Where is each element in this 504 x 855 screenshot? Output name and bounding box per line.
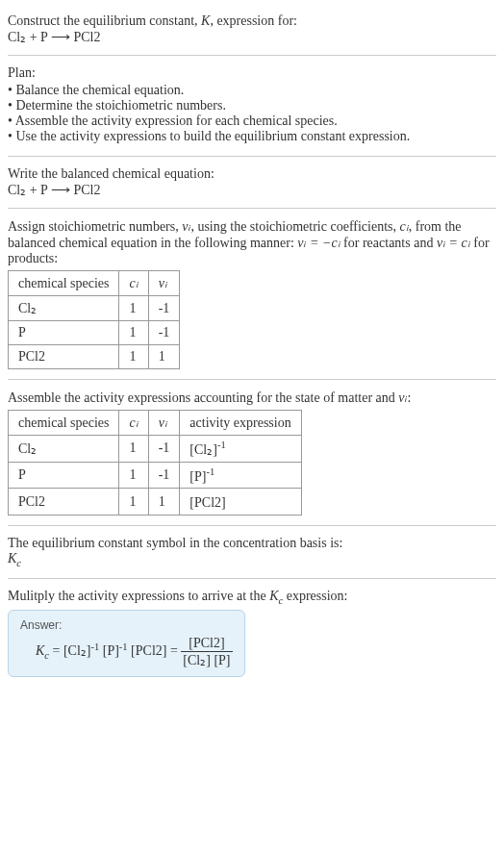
col-nu: νᵢ [148, 411, 180, 436]
cell-nu: -1 [148, 436, 180, 463]
cell-species: P [9, 321, 119, 345]
ans-den: [Cl₂] [P] [181, 652, 232, 668]
plan-item: Balance the chemical equation. [8, 83, 496, 98]
cell-nu: 1 [148, 345, 180, 369]
ans-Kc: K [36, 643, 44, 658]
cell-activity: [P]-1 [180, 462, 301, 489]
intro-line1: Construct the equilibrium constant, [8, 13, 201, 28]
table-row: P 1 -1 [9, 321, 180, 345]
ans-t1-exp: -1 [90, 641, 99, 651]
plan-item: Assemble the activity expression for eac… [8, 113, 496, 129]
assign-eq1: νᵢ = −cᵢ [297, 236, 340, 250]
col-species: chemical species [9, 411, 119, 436]
act-exp: -1 [217, 440, 226, 450]
multiply-section: Mulitply the activity expressions to arr… [8, 583, 496, 683]
cell-c: 1 [119, 489, 148, 516]
assign-text-d: for reactants and [340, 236, 437, 250]
activity-section: Assemble the activity expressions accoun… [8, 384, 496, 521]
act-base: [Cl₂] [189, 442, 217, 457]
ans-t2: [P] [103, 643, 119, 658]
cell-c: 1 [119, 345, 148, 369]
balanced-heading: Write the balanced chemical equation: [8, 166, 496, 182]
activity-text-b: : [408, 390, 412, 405]
symbol-section: The equilibrium constant symbol in the c… [8, 530, 496, 574]
table-row: P 1 -1 [P]-1 [9, 462, 302, 489]
multiply-text-a: Mulitply the activity expressions to arr… [8, 589, 269, 603]
col-species: chemical species [9, 271, 119, 296]
table-row: PCl2 1 1 [9, 345, 180, 369]
cell-c: 1 [119, 321, 148, 345]
multiply-Kc: K [269, 589, 278, 603]
divider [8, 379, 496, 380]
act-base: [P] [189, 468, 206, 483]
col-ci: cᵢ [119, 411, 148, 436]
intro-K: K [201, 13, 210, 28]
activity-table: chemical species cᵢ νᵢ activity expressi… [8, 410, 302, 516]
multiply-text-b: expression: [283, 589, 347, 603]
ans-t3: [PCl2] [131, 643, 166, 658]
intro-section: Construct the equilibrium constant, K, e… [8, 8, 496, 51]
table-row: Cl₂ 1 -1 [9, 296, 180, 321]
Kc-K: K [8, 551, 16, 566]
divider [8, 578, 496, 579]
ans-t1: [Cl₂] [63, 643, 91, 658]
stoich-table: chemical species cᵢ νᵢ Cl₂ 1 -1 P 1 -1 P… [8, 270, 180, 369]
col-nu: νᵢ [148, 271, 180, 296]
table-header-row: chemical species cᵢ νᵢ activity expressi… [9, 411, 302, 436]
activity-nu: νᵢ [398, 390, 407, 405]
activity-text: Assemble the activity expressions accoun… [8, 390, 496, 406]
plan-item: Use the activity expressions to build th… [8, 129, 496, 144]
balanced-equation: Cl₂ + P ⟶ PCl2 [8, 182, 496, 198]
answer-box: Answer: Kc = [Cl₂]-1 [P]-1 [PCl2] = [PCl… [8, 610, 245, 677]
ans-fraction: [PCl2][Cl₂] [P] [181, 636, 232, 668]
assign-text-b: , using the stoichiometric coefficients, [190, 219, 399, 234]
ans-eq: = [49, 643, 63, 658]
ans-num: [PCl2] [181, 636, 232, 652]
plan-section: Plan: Balance the chemical equation. Det… [8, 60, 496, 152]
balanced-section: Write the balanced chemical equation: Cl… [8, 161, 496, 204]
table-header-row: chemical species cᵢ νᵢ [9, 271, 180, 296]
col-activity: activity expression [180, 411, 301, 436]
plan-heading: Plan: [8, 65, 496, 81]
assign-section: Assign stoichiometric numbers, νᵢ, using… [8, 213, 496, 375]
cell-species: P [9, 462, 119, 489]
act-exp: -1 [206, 466, 214, 477]
plan-list: Balance the chemical equation. Determine… [8, 83, 496, 144]
intro-line1b: , expression for: [210, 13, 297, 28]
symbol-Kc: Kc [8, 551, 496, 568]
cell-nu: -1 [148, 296, 180, 321]
assign-text-a: Assign stoichiometric numbers, [8, 219, 182, 234]
cell-nu: -1 [148, 462, 180, 489]
answer-label: Answer: [20, 618, 233, 632]
intro-equation: Cl₂ + P ⟶ PCl2 [8, 29, 496, 45]
cell-c: 1 [119, 296, 148, 321]
table-row: Cl₂ 1 -1 [Cl₂]-1 [9, 436, 302, 463]
cell-nu: -1 [148, 321, 180, 345]
cell-species: PCl2 [9, 345, 119, 369]
divider [8, 208, 496, 209]
intro-text: Construct the equilibrium constant, K, e… [8, 13, 496, 29]
ans-eq2: = [166, 643, 181, 658]
symbol-text: The equilibrium constant symbol in the c… [8, 536, 496, 551]
divider [8, 525, 496, 526]
act-base: [PCl2] [189, 495, 225, 510]
assign-c: cᵢ [400, 219, 409, 234]
cell-activity: [Cl₂]-1 [180, 436, 301, 463]
answer-formula: Kc = [Cl₂]-1 [P]-1 [PCl2] = [PCl2][Cl₂] … [20, 636, 233, 668]
cell-c: 1 [119, 436, 148, 463]
divider [8, 55, 496, 56]
multiply-text: Mulitply the activity expressions to arr… [8, 589, 496, 606]
assign-text: Assign stoichiometric numbers, νᵢ, using… [8, 218, 496, 266]
ans-t2-exp: -1 [119, 641, 128, 651]
col-ci: cᵢ [119, 271, 148, 296]
cell-species: Cl₂ [9, 436, 119, 463]
cell-species: PCl2 [9, 489, 119, 516]
cell-activity: [PCl2] [180, 489, 301, 516]
cell-species: Cl₂ [9, 296, 119, 321]
Kc-c: c [16, 558, 21, 568]
cell-c: 1 [119, 462, 148, 489]
divider [8, 156, 496, 157]
cell-nu: 1 [148, 489, 180, 516]
table-row: PCl2 1 1 [PCl2] [9, 489, 302, 516]
activity-text-a: Assemble the activity expressions accoun… [8, 390, 398, 405]
